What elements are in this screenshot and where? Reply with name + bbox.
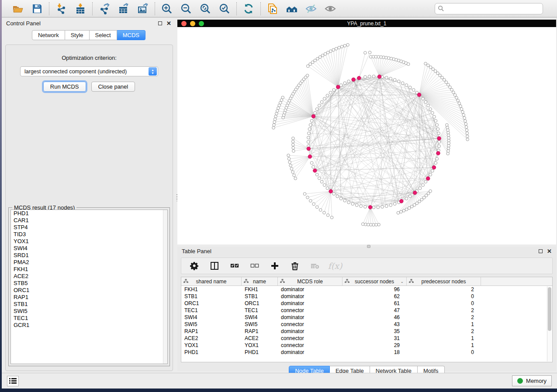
table-cell[interactable]: dominator	[278, 286, 343, 293]
table-row[interactable]: FKH1FKH1dominator962	[181, 286, 552, 293]
refresh-icon[interactable]	[242, 3, 255, 15]
table-cell[interactable]: PHD1	[242, 349, 278, 356]
table-options-icon[interactable]	[189, 261, 200, 271]
table-cell[interactable]: TEC1	[242, 307, 278, 314]
table-cell[interactable]: YOX1	[181, 342, 242, 349]
table-cell[interactable]: 35	[343, 328, 407, 335]
table-cell[interactable]: 46	[343, 314, 407, 321]
table-row[interactable]: ACE2ACE2connector311	[181, 335, 552, 342]
table-cell[interactable]: connector	[278, 307, 343, 314]
duplicate-network-icon[interactable]	[266, 3, 279, 15]
show-all-icon[interactable]	[324, 3, 336, 15]
zoom-fit-icon[interactable]	[199, 3, 211, 15]
tab-mcds[interactable]: MCDS	[117, 30, 145, 40]
table-cell[interactable]: 1	[407, 321, 481, 328]
table-cell[interactable]: SWI5	[181, 321, 242, 328]
mcds-result-item[interactable]: YOX1	[11, 238, 167, 245]
table-cell[interactable]: 2	[407, 314, 481, 321]
table-cell[interactable]: FKH1	[242, 286, 278, 293]
table-cell[interactable]: ACE2	[242, 335, 278, 342]
table-cell[interactable]: connector	[278, 335, 343, 342]
table-cell[interactable]: connector	[278, 321, 343, 328]
search-input[interactable]	[435, 3, 543, 14]
table-cell[interactable]: dominator	[278, 328, 343, 335]
save-icon[interactable]	[31, 3, 43, 15]
mcds-result-item[interactable]: SWI5	[11, 308, 167, 315]
delete-column-icon[interactable]	[290, 261, 300, 271]
close-panel-button[interactable]: Close panel	[91, 82, 135, 92]
memory-button[interactable]: Memory	[512, 375, 552, 386]
open-icon[interactable]	[12, 3, 24, 15]
float-table-panel-icon[interactable]	[539, 249, 543, 253]
deselect-all-icon[interactable]	[249, 261, 260, 271]
mcds-result-item[interactable]: ORC1	[11, 287, 167, 294]
table-cell[interactable]: 2	[407, 286, 481, 293]
mcds-result-item[interactable]: FKH1	[11, 266, 167, 273]
table-cell[interactable]: 29	[343, 342, 407, 349]
zoom-selected-icon[interactable]	[218, 3, 231, 15]
list-scrollbar[interactable]	[163, 210, 167, 364]
table-row[interactable]: YOX1YOX1connector291	[181, 342, 552, 349]
table-cell[interactable]: 0	[407, 293, 481, 300]
table-cell[interactable]: RAP1	[181, 328, 242, 335]
export-table-icon[interactable]	[118, 3, 130, 15]
table-cell[interactable]: ORC1	[242, 300, 278, 307]
table-cell[interactable]: ACE2	[181, 335, 242, 342]
select-all-icon[interactable]	[229, 261, 240, 271]
import-network-icon[interactable]	[55, 3, 67, 15]
column-header-name[interactable]: name	[242, 277, 278, 285]
table-cell[interactable]: 1	[407, 335, 481, 342]
zoom-out-icon[interactable]	[180, 3, 192, 15]
mcds-result-item[interactable]: PHD1	[11, 210, 167, 217]
table-row[interactable]: RAP1RAP1dominator352	[181, 328, 552, 335]
table-cell[interactable]: dominator	[278, 349, 343, 356]
float-panel-icon[interactable]	[158, 21, 162, 25]
column-header-predecessor-nodes[interactable]: predecessor nodes	[407, 277, 481, 285]
table-cell[interactable]: 0	[407, 349, 481, 356]
criterion-dropdown[interactable]: largest connected component (undirected)…	[20, 66, 158, 76]
table-row[interactable]: STB1STB1dominator620	[181, 293, 552, 300]
add-column-icon[interactable]	[270, 261, 280, 271]
table-cell[interactable]: SWI4	[181, 314, 242, 321]
table-cell[interactable]: RAP1	[242, 328, 278, 335]
network-canvas[interactable]	[177, 27, 556, 244]
mcds-result-item[interactable]: STP4	[11, 224, 167, 231]
table-cell[interactable]: 2	[407, 328, 481, 335]
close-panel-icon[interactable]: ✕	[166, 21, 171, 25]
tab-style[interactable]: Style	[65, 30, 90, 40]
table-cell[interactable]: YOX1	[242, 342, 278, 349]
mcds-result-item[interactable]: STB1	[11, 301, 167, 308]
table-cell[interactable]: STB1	[181, 293, 242, 300]
import-table-icon[interactable]	[74, 3, 86, 15]
mcds-result-item[interactable]: ACE2	[11, 273, 167, 280]
table-cell[interactable]: 31	[343, 335, 407, 342]
sort-indicator-icon[interactable]: ⌄	[400, 279, 404, 284]
mcds-result-item[interactable]: TID3	[11, 231, 167, 238]
export-network-icon[interactable]	[98, 3, 111, 15]
function-builder-icon[interactable]: f(x)	[330, 261, 340, 271]
table-cell[interactable]: 1	[407, 342, 481, 349]
table-cell[interactable]: 2	[407, 307, 481, 314]
table-cell[interactable]: 96	[343, 286, 407, 293]
column-header-MCDS-role[interactable]: MCDS role	[278, 277, 343, 285]
column-visibility-icon[interactable]	[209, 261, 220, 271]
mcds-result-item[interactable]: SWI4	[11, 245, 167, 252]
table-cell[interactable]: 18	[343, 349, 407, 356]
table-cell[interactable]: TEC1	[181, 307, 242, 314]
table-cell[interactable]: PHD1	[181, 349, 242, 356]
first-neighbors-icon[interactable]	[286, 3, 298, 15]
table-row[interactable]: PHD1PHD1dominator180	[181, 349, 552, 356]
table-scrollbar[interactable]	[547, 286, 552, 361]
mcds-result-list[interactable]: PHD1CAR1STP4TID3YOX1SWI4SRD1PMA2FKH1ACE2…	[10, 210, 168, 364]
mcds-result-item[interactable]: PMA2	[11, 259, 167, 266]
table-row[interactable]: ORC1ORC1dominator610	[181, 300, 552, 307]
table-panel-grab-handle[interactable]	[367, 245, 370, 248]
column-header-successor-nodes[interactable]: successor nodes⌄	[343, 277, 407, 285]
table-cell[interactable]: 47	[343, 307, 407, 314]
table-cell[interactable]: 62	[343, 293, 407, 300]
run-mcds-button[interactable]: Run MCDS	[43, 82, 86, 92]
table-cell[interactable]: 43	[343, 321, 407, 328]
mcds-result-item[interactable]: STB5	[11, 280, 167, 287]
table-cell[interactable]: FKH1	[181, 286, 242, 293]
delete-table-icon[interactable]	[310, 261, 320, 271]
